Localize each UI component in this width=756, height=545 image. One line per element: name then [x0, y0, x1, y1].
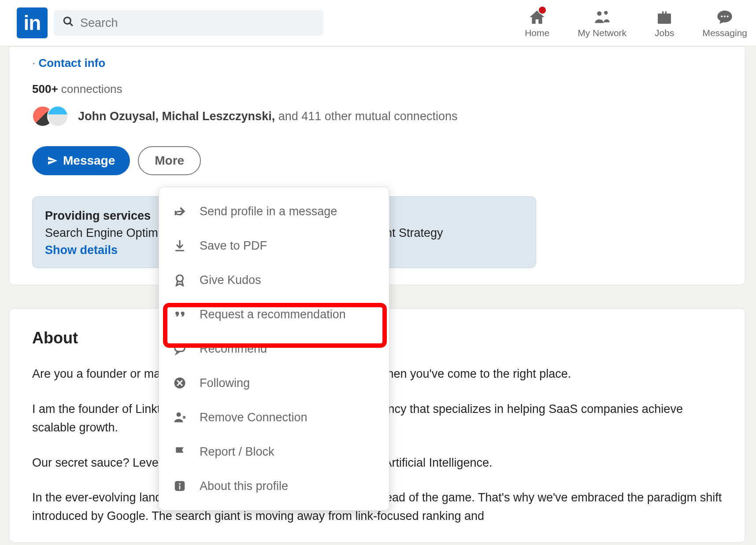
download-icon: [171, 237, 188, 254]
search-icon: [63, 16, 74, 30]
menu-label: Send profile in a message: [200, 205, 337, 218]
menu-following[interactable]: Following: [159, 366, 389, 400]
mutual-avatars: [32, 106, 68, 127]
menu-label: Report / Block: [200, 445, 274, 459]
message-button[interactable]: Message: [32, 146, 130, 175]
share-arrow-icon: [171, 203, 188, 220]
menu-recommend[interactable]: Recommend: [159, 331, 389, 366]
flag-icon: [171, 443, 188, 460]
award-icon: [171, 272, 188, 288]
menu-about-profile[interactable]: About this profile: [159, 469, 389, 503]
contact-info-link[interactable]: Contact info: [38, 56, 105, 70]
menu-remove-connection[interactable]: Remove Connection: [159, 400, 389, 435]
svg-point-3: [604, 11, 608, 15]
avatar: [47, 106, 68, 127]
menu-label: About this profile: [200, 479, 288, 493]
connections-count[interactable]: 500+ connections: [32, 82, 722, 96]
svg-point-4: [721, 15, 723, 17]
menu-label: Give Kudos: [200, 273, 261, 287]
more-dropdown: Send profile in a message Save to PDF Gi…: [159, 187, 389, 511]
speech-icon: [171, 340, 188, 357]
x-circle-icon: [171, 375, 188, 391]
search-box[interactable]: [54, 10, 323, 36]
svg-rect-13: [179, 486, 181, 490]
mutual-rest: and 411 other mutual connections: [278, 110, 458, 123]
menu-label: Following: [200, 376, 250, 390]
menu-request-recommendation[interactable]: Request a recommendation: [159, 297, 389, 331]
top-navbar: in Home My Network Jobs: [0, 0, 756, 46]
menu-give-kudos[interactable]: Give Kudos: [159, 263, 389, 297]
menu-label: Remove Connection: [200, 411, 308, 424]
svg-point-10: [177, 412, 181, 417]
person-remove-icon: [171, 409, 188, 426]
svg-point-5: [724, 15, 726, 17]
svg-point-12: [179, 483, 181, 485]
svg-rect-8: [175, 345, 185, 351]
contact-row: · Contact info: [32, 56, 722, 70]
nav-jobs-label: Jobs: [655, 28, 674, 38]
menu-save-pdf[interactable]: Save to PDF: [159, 228, 389, 263]
svg-point-7: [177, 275, 183, 282]
linkedin-logo[interactable]: in: [17, 7, 48, 38]
svg-point-0: [64, 17, 70, 24]
menu-label: Save to PDF: [200, 239, 267, 253]
nav-network-label: My Network: [578, 28, 626, 38]
svg-point-2: [597, 11, 601, 16]
search-input[interactable]: [80, 16, 315, 30]
menu-label: Request a recommendation: [200, 308, 346, 321]
quote-icon: [171, 306, 188, 323]
nav-home[interactable]: Home: [525, 7, 549, 38]
menu-label: Recommend: [200, 342, 267, 356]
info-icon: [171, 478, 188, 494]
nav-messaging-label: Messaging: [702, 28, 747, 38]
menu-report-block[interactable]: Report / Block: [159, 435, 389, 469]
people-icon: [593, 7, 612, 27]
menu-send-profile[interactable]: Send profile in a message: [159, 194, 389, 228]
nav-home-label: Home: [525, 28, 549, 38]
svg-point-6: [727, 15, 729, 17]
nav-network[interactable]: My Network: [578, 7, 626, 38]
send-icon: [47, 155, 58, 166]
chat-icon: [715, 7, 734, 27]
more-button[interactable]: More: [138, 146, 201, 175]
nav-jobs[interactable]: Jobs: [655, 7, 674, 38]
svg-line-1: [70, 23, 73, 26]
mutual-connections[interactable]: John Ozuysal, Michal Leszczynski, and 41…: [32, 106, 722, 127]
briefcase-icon: [655, 7, 674, 27]
mutual-names: John Ozuysal, Michal Leszczynski,: [78, 110, 278, 123]
nav-messaging[interactable]: Messaging: [702, 7, 747, 38]
